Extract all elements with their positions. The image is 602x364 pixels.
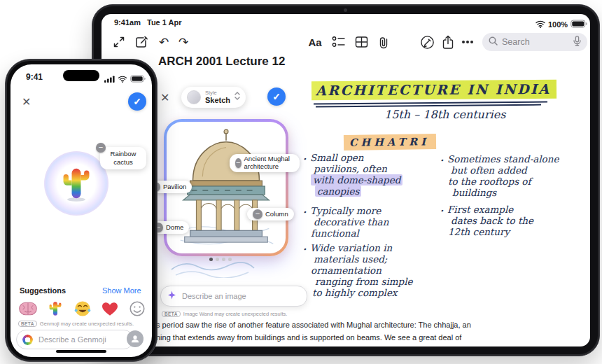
tag-label: Ancient Mughal architecture xyxy=(244,155,295,171)
rainbow-cactus-emoji-button[interactable] xyxy=(43,297,67,321)
smiley-emoji-button[interactable] xyxy=(125,297,149,321)
beta-badge: BETA xyxy=(18,321,37,327)
ipad-status-right: 100% xyxy=(536,18,587,31)
compose-icon[interactable] xyxy=(132,33,150,51)
rainbow-cactus-genmoji[interactable] xyxy=(59,164,93,203)
hw-line: to the rooftops of xyxy=(448,176,559,187)
bullet-left-3: Wide variation in materials used; orname… xyxy=(310,242,412,298)
image-wand-beta-note: BETA Image Wand may create unexpected re… xyxy=(162,311,287,317)
hw-line-highlighted: with dome-shaped xyxy=(311,174,402,186)
body-text-line-2: ning that extends away from buildings an… xyxy=(156,333,461,342)
hw-line: Wide variation in xyxy=(310,242,412,253)
iphone-genmoji-app: 9:41 ✕ ✓ xyxy=(10,64,152,357)
tag-label: Column xyxy=(265,211,288,218)
remove-tag-icon[interactable]: − xyxy=(253,209,262,219)
hw-line: dates back to the xyxy=(451,215,533,226)
battery-icon xyxy=(570,18,587,31)
hw-line: materials used; xyxy=(314,253,412,265)
hw-line: functional xyxy=(311,227,388,239)
tag-ancient-mughal[interactable]: − Ancient Mughal architecture xyxy=(230,154,300,172)
tag-label: Pavilion xyxy=(163,183,186,191)
attachment-icon[interactable] xyxy=(374,33,393,51)
wifi-icon xyxy=(536,18,545,31)
style-swatch-icon xyxy=(187,90,201,104)
show-more-link[interactable]: Show More xyxy=(102,286,141,295)
image-wand-close-button[interactable]: ✕ xyxy=(160,91,169,104)
genmoji-close-button[interactable]: ✕ xyxy=(22,95,31,108)
person-avatar-button[interactable] xyxy=(127,330,144,347)
handwritten-heading: ARCHITECTURE IN INDIA xyxy=(312,80,556,99)
laughing-emoji-button[interactable] xyxy=(71,297,94,321)
wifi-icon xyxy=(118,73,127,85)
more-icon[interactable] xyxy=(458,33,477,51)
aa-label: Aa xyxy=(308,36,321,48)
remove-genmoji-icon[interactable]: − xyxy=(96,143,106,153)
describe-genmoji-input[interactable] xyxy=(16,330,134,349)
tag-column[interactable]: − Column xyxy=(247,208,294,220)
mic-icon[interactable] xyxy=(573,36,581,48)
section-heading: CHHATRI xyxy=(344,134,436,150)
describe-genmoji-field[interactable] xyxy=(37,335,127,344)
image-playground-icon xyxy=(22,335,33,345)
hw-line: Small open xyxy=(310,152,402,163)
search-field[interactable]: Search xyxy=(482,33,587,51)
hw-line-highlighted: canopies xyxy=(315,186,361,197)
cellular-icon xyxy=(104,73,115,85)
pencil-circle-icon[interactable] xyxy=(418,33,436,51)
ipad-camera xyxy=(344,8,347,12)
hw-line: but often added xyxy=(451,164,559,176)
suggestions-label: Suggestions xyxy=(20,286,66,295)
describe-image-input[interactable] xyxy=(160,286,307,307)
heading-underline-2 xyxy=(316,104,541,106)
redo-glyph: ↷ xyxy=(178,35,188,49)
hw-line: ornamentation xyxy=(311,265,412,276)
share-icon[interactable] xyxy=(439,33,457,51)
ipad-status-left: 9:41am Tue 1 Apr xyxy=(114,18,182,27)
search-icon xyxy=(489,36,498,48)
marketing-canvas: 9:41am Tue 1 Apr 100% ↶ xyxy=(0,0,602,364)
remove-tag-icon[interactable]: − xyxy=(235,158,241,168)
heart-emoji-button[interactable] xyxy=(98,297,122,321)
collapse-toolbar-icon[interactable] xyxy=(110,33,128,51)
table-icon[interactable] xyxy=(352,33,370,51)
iphone-status-icons xyxy=(104,73,146,85)
checklist-icon[interactable] xyxy=(330,33,348,51)
battery-percent: 100% xyxy=(548,20,568,29)
ipad-device: 9:41am Tue 1 Apr 100% ↶ xyxy=(92,4,600,356)
genmoji-accept-button[interactable]: ✓ xyxy=(128,92,146,111)
ipad-date: Tue 1 Apr xyxy=(147,18,182,27)
dynamic-island xyxy=(63,70,99,81)
iphone-time: 9:41 xyxy=(26,72,43,82)
hw-line: Typically more xyxy=(310,205,388,216)
beta-text: Image Wand may create unexpected results… xyxy=(183,311,288,317)
note-title: ARCH 2001 Lecture 12 xyxy=(158,55,285,69)
genmoji-beta-note: BETA Genmoji may create unexpected resul… xyxy=(18,321,134,327)
hw-line: Sometimes stand-alone xyxy=(447,153,559,164)
iphone-device: 9:41 ✕ ✓ xyxy=(5,59,158,362)
bullet-left-2: Typically more decorative than functiona… xyxy=(310,205,388,239)
section-highlight: CHHATRI xyxy=(344,134,436,150)
redo-icon[interactable]: ↷ xyxy=(174,33,192,51)
home-indicator[interactable] xyxy=(56,350,106,353)
ipad-notes-app: 9:41am Tue 1 Apr 100% ↶ xyxy=(102,14,590,346)
body-text-line-1: s period saw the rise of another feature… xyxy=(156,321,471,329)
genmoji-result-tag[interactable]: Rainbow cactus xyxy=(100,147,146,169)
image-wand-accept-button[interactable]: ✓ xyxy=(267,88,286,106)
style-label: Style xyxy=(205,90,230,96)
brain-emoji-button[interactable] xyxy=(16,297,40,321)
undo-glyph: ↶ xyxy=(159,35,169,49)
battery-icon xyxy=(130,73,146,85)
page-dots[interactable] xyxy=(209,258,232,261)
undo-icon[interactable]: ↶ xyxy=(155,33,173,51)
describe-image-field[interactable] xyxy=(181,291,300,301)
text-format-icon[interactable]: Aa xyxy=(306,33,324,51)
search-placeholder: Search xyxy=(502,37,530,47)
style-picker[interactable]: Style Sketch xyxy=(181,87,246,108)
beta-badge: BETA xyxy=(162,311,181,317)
hw-line: to highly complex xyxy=(312,287,412,298)
handwritten-subheading: 15th – 18th centuries xyxy=(384,108,505,121)
hw-line: buildings xyxy=(452,187,559,198)
beta-text: Genmoji may create unexpected results. xyxy=(40,321,134,327)
bullet-right-1: Sometimes stand-alone but often added to… xyxy=(447,153,559,198)
ipad-time: 9:41am xyxy=(114,18,141,27)
